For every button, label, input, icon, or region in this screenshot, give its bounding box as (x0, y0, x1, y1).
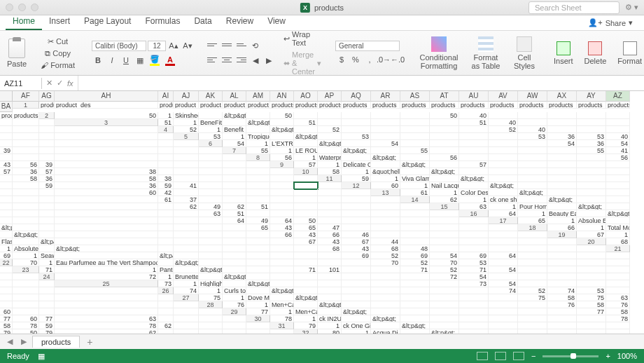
cell[interactable] (342, 203, 371, 210)
cell[interactable] (39, 154, 55, 161)
cut-button[interactable]: ✂ Cut (45, 36, 71, 47)
cell[interactable]: Eau Parfumee au The Vert Shampoo (55, 259, 158, 266)
cell[interactable]: 71 (400, 266, 430, 273)
cell[interactable]: 46 (342, 231, 371, 238)
cell[interactable] (223, 329, 246, 334)
delete-cells-button[interactable]: Delete (582, 40, 610, 67)
cell[interactable]: 50 (55, 112, 158, 119)
cell[interactable] (489, 224, 518, 231)
cell[interactable]: 66 (318, 231, 342, 238)
cell[interactable]: 1 (577, 224, 606, 231)
cell[interactable]: 54 (547, 140, 577, 147)
cell[interactable] (489, 168, 518, 175)
fontsize-select[interactable]: 12 (148, 41, 166, 51)
cell[interactable]: 61 (158, 196, 174, 203)
cell[interactable]: 53 (577, 133, 606, 140)
cell[interactable] (318, 210, 342, 217)
cell[interactable] (342, 315, 371, 322)
cell[interactable] (518, 119, 547, 126)
cell[interactable]: &lt;p&gt; (223, 112, 246, 119)
cell[interactable] (459, 133, 489, 140)
cell[interactable] (430, 119, 459, 126)
cell[interactable] (13, 301, 39, 308)
cell[interactable] (174, 308, 199, 315)
cell[interactable] (430, 315, 459, 322)
cell[interactable] (0, 210, 13, 217)
cell[interactable]: &lt;p&gt; (459, 175, 489, 182)
cell[interactable]: products_to (400, 102, 430, 109)
fx-icon[interactable]: fx (67, 79, 74, 88)
cell[interactable]: product_des (39, 102, 55, 109)
bold-button[interactable]: B (92, 54, 104, 67)
cell[interactable]: 51 (459, 119, 489, 126)
cell[interactable] (518, 245, 547, 252)
cell[interactable] (174, 147, 199, 154)
cell[interactable] (430, 161, 459, 168)
cell[interactable] (270, 294, 294, 301)
cell[interactable] (489, 133, 518, 140)
cell[interactable] (223, 315, 246, 322)
cell[interactable] (39, 294, 55, 301)
cell[interactable] (547, 329, 577, 334)
shrink-font-button[interactable]: A▾ (181, 39, 194, 52)
cell[interactable]: 77 (577, 308, 606, 315)
cell[interactable] (577, 189, 606, 196)
cell[interactable] (13, 140, 39, 147)
cell[interactable] (606, 273, 630, 280)
cell[interactable] (489, 161, 518, 168)
cell[interactable]: 101 (318, 266, 342, 273)
cell[interactable] (55, 308, 158, 315)
normal-view-icon[interactable] (477, 352, 488, 360)
cell[interactable] (270, 168, 294, 175)
cell[interactable]: 54 (371, 140, 400, 147)
cell[interactable] (199, 252, 223, 259)
search-input[interactable]: Search Sheet (528, 1, 620, 14)
cell[interactable] (577, 329, 606, 334)
grow-font-button[interactable]: A▴ (167, 39, 180, 52)
zoom-slider[interactable] (542, 355, 598, 357)
cell[interactable] (174, 266, 199, 273)
cell[interactable]: 39 (39, 161, 55, 168)
cell[interactable] (430, 301, 459, 308)
cell[interactable]: product_des (199, 102, 223, 109)
cell[interactable] (55, 161, 158, 168)
cell[interactable]: 40 (606, 133, 630, 140)
cell[interactable] (606, 182, 630, 189)
cell[interactable] (318, 182, 342, 189)
cell[interactable]: Delicate Oil-Free Powder Blush (342, 161, 371, 168)
cell[interactable] (294, 252, 318, 259)
cell[interactable]: 54 (459, 273, 489, 280)
cell[interactable]: &lt;p&gt; (158, 252, 174, 259)
cell[interactable] (39, 119, 55, 126)
cell[interactable]: 1 (459, 196, 489, 203)
row-header[interactable]: 19 (547, 231, 577, 238)
cell[interactable] (547, 175, 577, 182)
col-header[interactable]: AG (39, 91, 55, 102)
cell[interactable] (0, 196, 13, 203)
cell[interactable] (371, 196, 400, 203)
cell[interactable] (489, 112, 518, 119)
row-header[interactable]: 7 (223, 147, 246, 154)
cell[interactable]: &lt;p&gt; (199, 266, 223, 273)
cell[interactable]: 56 (606, 154, 630, 161)
cell[interactable] (13, 217, 39, 224)
row-header[interactable]: 9 (270, 161, 294, 168)
align-right-button[interactable] (234, 54, 248, 65)
cell[interactable] (294, 189, 318, 196)
cell[interactable] (430, 322, 459, 329)
select-all-corner[interactable] (0, 91, 13, 102)
cell[interactable] (158, 308, 174, 315)
row-header[interactable]: 25 (55, 280, 158, 287)
row-header[interactable]: 18 (518, 224, 547, 231)
cell[interactable] (400, 287, 430, 294)
cell[interactable]: 40 (459, 112, 489, 119)
cell[interactable]: 79 (294, 322, 318, 329)
cell[interactable] (371, 266, 400, 273)
cell[interactable]: 63 (459, 203, 489, 210)
cell[interactable] (606, 266, 630, 273)
cell[interactable] (246, 182, 270, 189)
cell[interactable] (371, 119, 400, 126)
cell[interactable] (13, 133, 39, 140)
cell[interactable]: 1 (270, 308, 294, 315)
cell[interactable] (371, 322, 400, 329)
